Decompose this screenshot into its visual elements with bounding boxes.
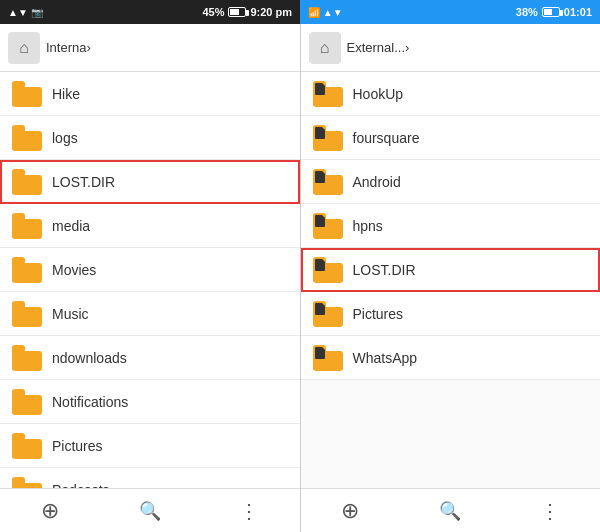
list-item[interactable]: HookUp xyxy=(301,72,601,116)
item-label: ndownloads xyxy=(52,350,127,366)
list-item[interactable]: hpns xyxy=(301,204,601,248)
right-battery-icon xyxy=(542,7,560,17)
list-item[interactable]: Music xyxy=(0,292,300,336)
left-more-button[interactable]: ⋮ xyxy=(200,489,300,532)
list-item[interactable]: Notifications xyxy=(0,380,300,424)
list-item[interactable]: Android xyxy=(301,160,601,204)
left-add-icon: ⊕ xyxy=(41,498,59,524)
list-item[interactable]: ndownloads xyxy=(0,336,300,380)
item-label: Movies xyxy=(52,262,96,278)
item-label: Android xyxy=(353,174,401,190)
right-more-icon: ⋮ xyxy=(540,499,561,523)
list-item[interactable]: Pictures xyxy=(301,292,601,336)
right-panel: ⌂ External...› HookUpfoursquareAndroidhp… xyxy=(301,24,601,532)
list-item[interactable]: Movies xyxy=(0,248,300,292)
folder-icon xyxy=(12,257,42,283)
sd-badge xyxy=(315,259,325,271)
item-label: Pictures xyxy=(52,438,103,454)
left-status-icons: ▲▼ 📷 xyxy=(8,7,43,18)
left-panel-header: ⌂ Interna› xyxy=(0,24,300,72)
folder-icon xyxy=(12,213,42,239)
item-label: foursquare xyxy=(353,130,420,146)
sd-badge xyxy=(315,127,325,139)
folder-icon xyxy=(12,433,42,459)
sd-badge xyxy=(315,171,325,183)
folder-icon xyxy=(313,81,343,107)
folder-icon xyxy=(313,301,343,327)
left-breadcrumb: Interna› xyxy=(46,40,91,55)
folder-icon xyxy=(313,345,343,371)
list-item[interactable]: LOST.DIR xyxy=(0,160,300,204)
right-time: 01:01 xyxy=(564,6,592,18)
right-panel-header: ⌂ External...› xyxy=(301,24,601,72)
list-item[interactable]: Pictures xyxy=(0,424,300,468)
left-battery-pct: 45% xyxy=(202,6,224,18)
right-add-button[interactable]: ⊕ xyxy=(301,489,401,532)
left-search-button[interactable]: 🔍 xyxy=(100,489,200,532)
right-more-button[interactable]: ⋮ xyxy=(500,489,600,532)
right-search-button[interactable]: 🔍 xyxy=(400,489,500,532)
list-item[interactable]: LOST.DIR xyxy=(301,248,601,292)
item-label: media xyxy=(52,218,90,234)
folder-icon xyxy=(313,213,343,239)
item-label: HookUp xyxy=(353,86,404,102)
sd-badge xyxy=(315,347,325,359)
folder-icon xyxy=(12,169,42,195)
right-battery-pct: 38% xyxy=(516,6,538,18)
list-item[interactable]: Hike xyxy=(0,72,300,116)
right-back-icon: ⌂ xyxy=(320,39,330,57)
item-label: LOST.DIR xyxy=(52,174,115,190)
left-battery-icon xyxy=(228,7,246,17)
item-label: WhatsApp xyxy=(353,350,418,366)
right-back-button[interactable]: ⌂ xyxy=(309,32,341,64)
right-breadcrumb-text: External...› xyxy=(347,40,410,55)
item-label: Music xyxy=(52,306,89,322)
left-more-icon: ⋮ xyxy=(239,499,260,523)
item-label: Notifications xyxy=(52,394,128,410)
folder-icon xyxy=(12,125,42,151)
right-file-list[interactable]: HookUpfoursquareAndroidhpnsLOST.DIRPictu… xyxy=(301,72,601,488)
folder-icon xyxy=(12,345,42,371)
list-item[interactable]: WhatsApp xyxy=(301,336,601,380)
sd-badge xyxy=(315,303,325,315)
list-item[interactable]: Podcasts xyxy=(0,468,300,488)
item-label: logs xyxy=(52,130,78,146)
right-add-icon: ⊕ xyxy=(341,498,359,524)
left-back-button[interactable]: ⌂ xyxy=(8,32,40,64)
left-add-button[interactable]: ⊕ xyxy=(0,489,100,532)
back-icon: ⌂ xyxy=(19,39,29,57)
left-time: 9:20 pm xyxy=(250,6,292,18)
right-toolbar: ⊕ 🔍 ⋮ xyxy=(301,488,601,532)
folder-icon xyxy=(12,81,42,107)
sd-badge xyxy=(315,215,325,227)
left-panel: ⌂ Interna› HikelogsLOST.DIRmediaMoviesMu… xyxy=(0,24,300,532)
folder-icon xyxy=(12,389,42,415)
right-search-icon: 🔍 xyxy=(439,500,461,522)
list-item[interactable]: media xyxy=(0,204,300,248)
list-item[interactable]: foursquare xyxy=(301,116,601,160)
item-label: LOST.DIR xyxy=(353,262,416,278)
item-label: Hike xyxy=(52,86,80,102)
right-status-icons: 📶 ▲▼ xyxy=(308,7,343,18)
folder-icon xyxy=(313,125,343,151)
list-item[interactable]: logs xyxy=(0,116,300,160)
main-panels: ⌂ Interna› HikelogsLOST.DIRmediaMoviesMu… xyxy=(0,24,600,532)
folder-icon xyxy=(12,477,42,489)
right-breadcrumb: External...› xyxy=(347,40,410,55)
item-label: Pictures xyxy=(353,306,404,322)
status-bars: ▲▼ 📷 45% 9:20 pm 📶 ▲▼ 38% 01:01 xyxy=(0,0,600,24)
right-status-bar: 📶 ▲▼ 38% 01:01 xyxy=(300,0,600,24)
left-status-bar: ▲▼ 📷 45% 9:20 pm xyxy=(0,0,300,24)
left-breadcrumb-text: Interna› xyxy=(46,40,91,55)
folder-icon xyxy=(313,169,343,195)
folder-icon xyxy=(313,257,343,283)
item-label: hpns xyxy=(353,218,383,234)
left-search-icon: 🔍 xyxy=(139,500,161,522)
folder-icon xyxy=(12,301,42,327)
sd-badge xyxy=(315,83,325,95)
left-file-list[interactable]: HikelogsLOST.DIRmediaMoviesMusicndownloa… xyxy=(0,72,300,488)
left-toolbar: ⊕ 🔍 ⋮ xyxy=(0,488,300,532)
